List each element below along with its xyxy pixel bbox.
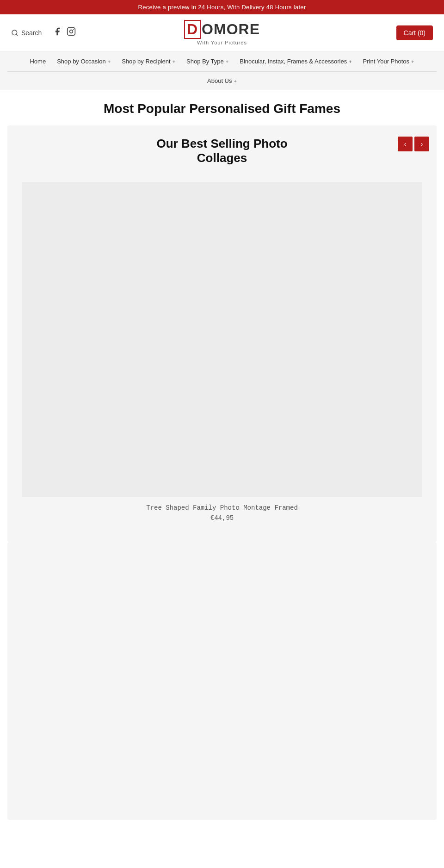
svg-rect-2 [68,28,75,36]
plus-icon: + [173,59,175,64]
product-image [22,182,422,497]
carousel-section-2 [7,542,437,820]
header-left: Search [11,27,104,38]
svg-line-1 [16,34,18,36]
nav-item-about-us[interactable]: About Us + [200,72,244,90]
search-icon [11,29,18,37]
header: Search [0,14,444,51]
announcement-bar: Receive a preview in 24 Hours, With Deli… [0,0,444,14]
carousel-section-1: ‹ › Our Best Selling Photo Collages Tree… [7,125,437,542]
nav-secondary: About Us + [7,71,437,90]
carousel-title: Our Best Selling Photo Collages [15,137,429,165]
social-icons-group [53,27,76,38]
instagram-link[interactable] [67,27,76,38]
search-label: Search [21,29,42,37]
product-name: Tree Shaped Family Photo Montage Framed [22,504,422,512]
svg-point-4 [73,29,74,30]
announcement-text: Receive a preview in 24 Hours, With Deli… [138,4,306,11]
logo-tagline: With Your Pictures [197,40,247,45]
header-right: Cart (0) [340,25,433,40]
plus-icon: + [349,59,352,64]
plus-icon: + [234,78,237,84]
nav-primary: Home Shop by Occasion + Shop by Recipien… [7,51,437,71]
cart-button[interactable]: Cart (0) [396,25,433,40]
facebook-icon [53,29,62,38]
plus-icon: + [226,59,228,64]
carousel-nav: ‹ › [398,137,429,151]
logo-rest: OMORE [202,21,260,38]
carousel-next-button[interactable]: › [414,137,429,151]
logo[interactable]: D OMORE With Your Pictures [184,20,260,45]
product-price: €44,95 [22,514,422,522]
nav-item-shop-occasion[interactable]: Shop by Occasion + [51,51,116,71]
plus-icon: + [411,59,414,64]
page-title: Most Popular Personalised Gift Fames [7,101,437,116]
facebook-link[interactable] [53,27,62,38]
logo-wordmark: D OMORE [184,20,260,39]
nav-item-shop-type[interactable]: Shop By Type + [181,51,234,71]
nav-item-print-photos[interactable]: Print Your Photos + [358,51,420,71]
navigation: Home Shop by Occasion + Shop by Recipien… [0,51,444,90]
plus-icon: + [108,59,111,64]
main-content: Most Popular Personalised Gift Fames ‹ ›… [0,90,444,831]
nav-item-home[interactable]: Home [24,51,51,71]
instagram-icon [67,29,76,38]
product-card: Tree Shaped Family Photo Montage Framed … [15,175,429,529]
logo-d-icon: D [184,20,201,39]
carousel-prev-button[interactable]: ‹ [398,137,413,151]
nav-item-accessories[interactable]: Binocular, Instax, Frames & Accessories … [234,51,357,71]
header-center: D OMORE With Your Pictures [184,20,260,45]
svg-point-3 [70,30,73,33]
svg-point-0 [12,30,17,35]
nav-item-shop-recipient[interactable]: Shop by Recipient + [116,51,181,71]
search-button[interactable]: Search [11,29,42,37]
